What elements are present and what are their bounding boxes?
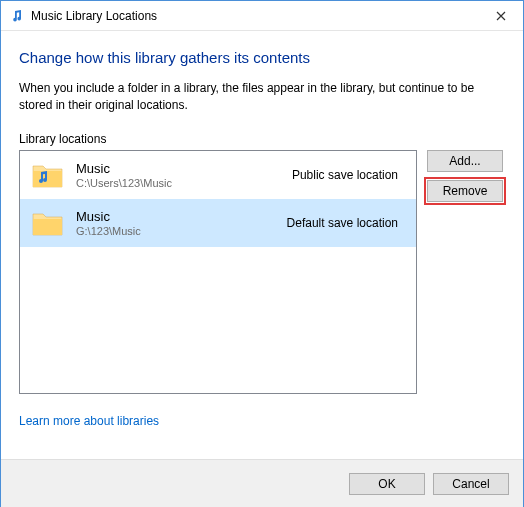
location-status: Public save location — [292, 168, 406, 182]
window-title: Music Library Locations — [31, 9, 157, 23]
library-locations-label: Library locations — [19, 132, 505, 146]
folder-icon — [30, 205, 66, 241]
location-name: Music — [76, 209, 287, 224]
dialog-heading: Change how this library gathers its cont… — [19, 49, 505, 66]
library-locations-list[interactable]: Music C:\Users\123\Music Public save loc… — [19, 150, 417, 394]
music-folder-icon — [30, 157, 66, 193]
location-text: Music C:\Users\123\Music — [76, 161, 292, 189]
cancel-button[interactable]: Cancel — [433, 473, 509, 495]
close-button[interactable] — [478, 1, 523, 31]
dialog-footer: OK Cancel — [1, 459, 523, 507]
list-item[interactable]: Music G:\123\Music Default save location — [20, 199, 416, 247]
location-text: Music G:\123\Music — [76, 209, 287, 237]
location-status: Default save location — [287, 216, 406, 230]
close-icon — [496, 11, 506, 21]
music-note-icon — [9, 8, 25, 24]
dialog-description: When you include a folder in a library, … — [19, 80, 505, 114]
add-button[interactable]: Add... — [427, 150, 503, 172]
side-buttons: Add... Remove — [427, 150, 503, 394]
location-path: G:\123\Music — [76, 225, 287, 237]
location-path: C:\Users\123\Music — [76, 177, 292, 189]
list-item[interactable]: Music C:\Users\123\Music Public save loc… — [20, 151, 416, 199]
dialog-content: Change how this library gathers its cont… — [1, 31, 523, 428]
remove-button[interactable]: Remove — [427, 180, 503, 202]
learn-more-link[interactable]: Learn more about libraries — [19, 414, 159, 428]
location-name: Music — [76, 161, 292, 176]
ok-button[interactable]: OK — [349, 473, 425, 495]
titlebar: Music Library Locations — [1, 1, 523, 31]
